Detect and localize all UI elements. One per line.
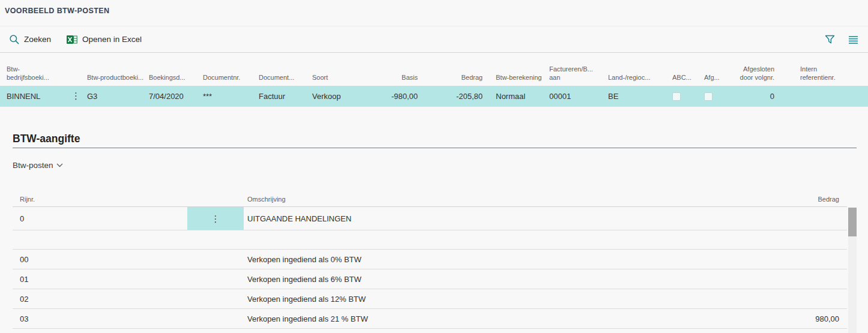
cell-omschrijving[interactable]: Verkopen ingediend als 21 % BTW xyxy=(244,309,697,328)
cell-omschrijving[interactable]: UITGAANDE HANDELINGEN xyxy=(244,207,697,230)
open-in-excel-button[interactable]: Openen in Excel xyxy=(67,35,142,44)
filter-button[interactable] xyxy=(824,34,836,46)
toolbar-right-icons xyxy=(824,34,868,46)
cell-bedrag[interactable]: -205,80 xyxy=(418,92,483,101)
vat-statement-grid: Rijnr. Omschrijving Bedrag 0 ⋮ UITGAANDE… xyxy=(13,191,847,329)
cell-rijnr[interactable]: 0 xyxy=(13,207,187,230)
cell-actions xyxy=(187,250,244,269)
cell-omschrijving[interactable] xyxy=(244,230,697,249)
open-in-excel-label: Openen in Excel xyxy=(82,35,142,44)
col-header-soort[interactable]: Soort xyxy=(312,74,366,82)
chevron-down-icon xyxy=(56,163,63,167)
cell-bedrag[interactable] xyxy=(697,269,847,289)
cell-actions xyxy=(187,269,244,289)
cell-boekingsdatum[interactable]: 7/04/2020 xyxy=(149,92,203,101)
statement-row-3[interactable]: 01 Verkopen ingediend als 6% BTW xyxy=(13,269,847,289)
abc-checkbox[interactable] xyxy=(672,92,681,101)
cell-bedrag[interactable] xyxy=(697,230,847,249)
col-header-bedrag[interactable]: Bedrag xyxy=(697,196,847,203)
cell-rijnr[interactable]: 01 xyxy=(13,269,187,289)
cell-rijnr[interactable]: 03 xyxy=(13,309,187,328)
col-header-boekingsdatum[interactable]: Boekingsd... xyxy=(149,74,203,82)
col-header-btw-productboekingsgroep[interactable]: Btw-productboeki... xyxy=(87,74,149,82)
search-icon xyxy=(9,34,19,44)
action-bar: Zoeken Openen in Excel xyxy=(0,26,868,53)
statement-row-4[interactable]: 02 Verkopen ingediend als 12% BTW xyxy=(13,289,847,309)
page-title: VOORBEELD BTW-POSTEN xyxy=(5,7,109,15)
cell-omschrijving[interactable]: Verkopen ingediend als 12% BTW xyxy=(244,289,697,308)
statement-row-5[interactable]: 03 Verkopen ingediend als 21 % BTW 980,0… xyxy=(13,309,847,329)
col-header-rijnr[interactable]: Rijnr. xyxy=(13,196,187,203)
section-title: BTW-aangifte xyxy=(13,133,80,145)
afg-checkbox[interactable] xyxy=(704,92,713,101)
col-header-documentsoort[interactable]: Document... xyxy=(259,74,312,82)
cell-rijnr[interactable] xyxy=(13,230,187,249)
cell-actions xyxy=(187,230,244,249)
search-button[interactable]: Zoeken xyxy=(9,34,51,44)
col-header-basis[interactable]: Basis xyxy=(366,74,418,82)
row-actions-ellipsis-icon[interactable]: ⋮ xyxy=(71,91,80,101)
cell-rijnr[interactable]: 00 xyxy=(13,250,187,269)
cell-btw-productboekingsgroep[interactable]: G3 xyxy=(87,92,149,101)
col-header-btw-bedrijfsboekingsgroep[interactable]: Btw-bedrijfsboeki... xyxy=(0,65,65,82)
cell-btw-bedrijfsboekingsgroep[interactable]: BINNENL xyxy=(0,92,65,101)
section-divider xyxy=(13,148,857,148)
col-header-abc[interactable]: ABC... xyxy=(666,74,698,82)
cell-actions xyxy=(187,309,244,328)
excel-icon xyxy=(67,35,77,44)
scrollbar-thumb[interactable] xyxy=(848,208,857,236)
search-button-label: Zoeken xyxy=(24,35,51,44)
cell-rijnr[interactable]: 02 xyxy=(13,289,187,308)
col-header-documentnr[interactable]: Documentnr. xyxy=(203,74,259,82)
cell-land-regio[interactable]: BE xyxy=(608,92,666,101)
list-view-button[interactable] xyxy=(847,34,860,45)
cell-afgesloten-door-volgnr[interactable]: 0 xyxy=(730,92,774,101)
vat-entries-header-row: Btw-bedrijfsboeki... Btw-productboeki...… xyxy=(0,53,868,86)
cell-documentnr[interactable]: *** xyxy=(203,92,259,101)
col-header-btw-berekening[interactable]: Btw-berekening xyxy=(483,74,549,82)
cell-bedrag[interactable]: 980,00 xyxy=(697,309,847,328)
cell-basis[interactable]: -980,00 xyxy=(366,92,418,101)
statement-row-2[interactable]: 00 Verkopen ingediend als 0% BTW xyxy=(13,250,847,269)
vat-entry-row[interactable]: BINNENL ⋮ G3 7/04/2020 *** Factuur Verko… xyxy=(0,86,868,107)
cell-bedrag[interactable] xyxy=(697,207,847,230)
cell-omschrijving[interactable]: Verkopen ingediend als 0% BTW xyxy=(244,250,697,269)
cell-btw-berekening[interactable]: Normaal xyxy=(483,92,549,101)
cell-bedrag[interactable] xyxy=(697,289,847,308)
statement-header-row: Rijnr. Omschrijving Bedrag xyxy=(13,191,847,207)
col-header-afgesloten-door-volgnr[interactable]: Afgesloten door volgnr. xyxy=(730,65,774,82)
filter-icon xyxy=(825,35,835,44)
col-header-bedrag[interactable]: Bedrag xyxy=(418,74,483,82)
cell-bedrag[interactable] xyxy=(697,250,847,269)
cell-documentsoort[interactable]: Factuur xyxy=(259,92,312,101)
col-header-intern-referentienr[interactable]: Intern referentienr. xyxy=(774,65,846,82)
btw-posten-dropdown[interactable]: Btw-posten xyxy=(13,161,63,170)
row-actions-ellipsis-icon[interactable]: ⋮ xyxy=(211,214,220,223)
statement-row-0[interactable]: 0 ⋮ UITGAANDE HANDELINGEN xyxy=(13,207,847,230)
vertical-scrollbar[interactable] xyxy=(848,208,857,333)
col-header-afg[interactable]: Afg... xyxy=(698,74,730,82)
list-icon xyxy=(848,35,858,44)
col-header-omschrijving[interactable]: Omschrijving xyxy=(244,196,697,203)
vat-entries-grid: Btw-bedrijfsboeki... Btw-productboeki...… xyxy=(0,53,868,107)
cell-soort[interactable]: Verkoop xyxy=(312,92,366,101)
selected-cell[interactable]: ⋮ xyxy=(187,207,244,230)
statement-row-1[interactable] xyxy=(13,230,847,250)
cell-omschrijving[interactable]: Verkopen ingediend als 6% BTW xyxy=(244,269,697,289)
btw-posten-dropdown-label: Btw-posten xyxy=(13,161,53,170)
col-header-land-regio[interactable]: Land-/regioc... xyxy=(608,74,666,82)
cell-factureren-aan[interactable]: 00001 xyxy=(549,92,608,101)
cell-actions xyxy=(187,289,244,308)
col-header-factureren-aan[interactable]: Factureren/B... aan xyxy=(549,65,608,82)
